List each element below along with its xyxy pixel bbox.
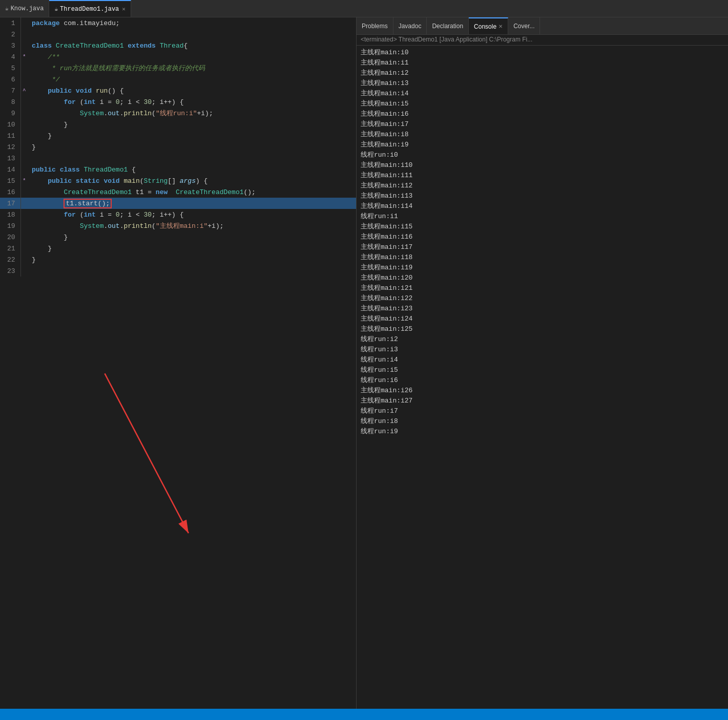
java-file-icon-2: ☕	[54, 6, 58, 12]
tab-threaddemo1-label: ThreadDemo1.java	[60, 6, 119, 13]
line-number: 8	[0, 96, 20, 108]
line-number: 13	[0, 153, 20, 164]
table-row: 10 }	[0, 119, 356, 130]
list-item: 主线程main:i8	[361, 130, 724, 140]
line-number: 2	[0, 29, 20, 40]
list-item: 主线程main:i9	[361, 140, 724, 150]
list-item: 主线程main:i20	[361, 273, 724, 283]
tab-cover[interactable]: Cover...	[508, 17, 540, 34]
code-line: /**	[28, 51, 356, 62]
table-row: 22 }	[0, 254, 356, 265]
line-indicator: *	[20, 175, 28, 186]
list-item: 主线程main:i0	[361, 48, 724, 58]
table-row: 19 System.out.println("主线程main:i"+i);	[0, 220, 356, 231]
console-output[interactable]: 主线程main:i0主线程main:i1主线程main:i2主线程main:i3…	[357, 46, 728, 709]
table-row: 8 for (int i = 0; i < 30; i++) {	[0, 96, 356, 108]
code-line: class CreateThreadDemo1 extends Thread{	[28, 40, 356, 51]
list-item: 主线程main:i11	[361, 171, 724, 181]
list-item: 主线程main:i7	[361, 119, 724, 130]
list-item: 主线程main:i24	[361, 314, 724, 324]
line-indicator	[20, 141, 28, 153]
table-row: 20 }	[0, 231, 356, 243]
line-indicator	[20, 62, 28, 74]
table-row: 11 }	[0, 130, 356, 141]
table-row: 23	[0, 265, 356, 277]
line-indicator	[20, 29, 28, 40]
code-line: * run方法就是线程需要执行的任务或者执行的代码	[28, 62, 356, 74]
list-item: 主线程main:i23	[361, 304, 724, 314]
tab-problems[interactable]: Problems	[357, 17, 393, 34]
list-item: 线程run:i5	[361, 365, 724, 375]
table-row: 15 * public static void main(String[] ar…	[0, 175, 356, 186]
list-item: 线程run:i8	[361, 416, 724, 427]
table-row: 16 CreateThreadDemo1 t1 = new CreateThre…	[0, 186, 356, 198]
line-indicator	[20, 119, 28, 130]
code-line: for (int i = 0; i < 30; i++) {	[28, 96, 356, 108]
code-line: }	[28, 254, 356, 265]
tab-console[interactable]: Console ✕	[469, 17, 508, 34]
line-number: 11	[0, 130, 20, 141]
line-number: 4	[0, 51, 20, 62]
list-item: 线程run:i6	[361, 375, 724, 386]
line-indicator	[20, 198, 28, 209]
line-number: 22	[0, 254, 20, 265]
table-row: 4 * /**	[0, 51, 356, 62]
line-indicator	[20, 164, 28, 175]
table-row: 5 * run方法就是线程需要执行的任务或者执行的代码	[0, 62, 356, 74]
code-line: System.out.println("线程run:i"+i);	[28, 108, 356, 119]
tab-javadoc-label: Javadoc	[399, 23, 422, 30]
code-line: }	[28, 141, 356, 153]
highlighted-code: t1.start();	[64, 199, 112, 208]
main-content: 1 package com.itmayiedu; 2 3 class Creat…	[0, 17, 728, 709]
code-line: for (int i = 0; i < 30; i++) {	[28, 209, 356, 220]
tab-declaration[interactable]: Declaration	[427, 17, 469, 34]
line-indicator	[20, 108, 28, 119]
tab-bar: ☕ Know.java ☕ ThreadDemo1.java ✕	[0, 0, 728, 17]
code-line: }	[28, 231, 356, 243]
code-line: CreateThreadDemo1 t1 = new CreateThreadD…	[28, 186, 356, 198]
code-line	[28, 29, 356, 40]
list-item: 主线程main:i12	[361, 181, 724, 191]
table-row: 6 */	[0, 74, 356, 85]
list-item: 线程run:i9	[361, 427, 724, 437]
tab-declaration-label: Declaration	[432, 23, 463, 30]
line-number: 15	[0, 175, 20, 186]
list-item: 主线程main:i4	[361, 89, 724, 99]
tab-know-java-label: Know.java	[11, 5, 44, 12]
right-panel: Problems Javadoc Declaration Console ✕ C…	[356, 17, 728, 709]
tab-know-java[interactable]: ☕ Know.java	[0, 0, 49, 17]
list-item: 主线程main:i18	[361, 252, 724, 263]
line-indicator	[20, 254, 28, 265]
code-line: }	[28, 243, 356, 254]
status-bar	[0, 709, 728, 720]
code-line: System.out.println("主线程main:i"+i);	[28, 220, 356, 231]
line-indicator: ^	[20, 85, 28, 96]
code-line: }	[28, 119, 356, 130]
list-item: 线程run:i3	[361, 345, 724, 355]
line-indicator	[20, 17, 28, 29]
code-line: }	[28, 130, 356, 141]
line-indicator	[20, 40, 28, 51]
list-item: 线程run:i1	[361, 211, 724, 222]
tab-threaddemo1-java[interactable]: ☕ ThreadDemo1.java ✕	[49, 0, 131, 17]
line-indicator	[20, 209, 28, 220]
table-row: 12 }	[0, 141, 356, 153]
list-item: 线程run:i2	[361, 334, 724, 345]
table-row: 21 }	[0, 243, 356, 254]
line-indicator: *	[20, 51, 28, 62]
line-number: 14	[0, 164, 20, 175]
line-number: 16	[0, 186, 20, 198]
list-item: 主线程main:i15	[361, 222, 724, 232]
java-file-icon: ☕	[5, 5, 9, 12]
list-item: 主线程main:i25	[361, 324, 724, 334]
tab-javadoc[interactable]: Javadoc	[393, 17, 427, 34]
list-item: 主线程main:i13	[361, 191, 724, 201]
line-indicator	[20, 186, 28, 198]
tab-close-button[interactable]: ✕	[122, 6, 126, 12]
list-item: 主线程main:i6	[361, 109, 724, 119]
line-number: 3	[0, 40, 20, 51]
svg-line-1	[105, 373, 189, 533]
line-number: 18	[0, 209, 20, 220]
code-editor[interactable]: 1 package com.itmayiedu; 2 3 class Creat…	[0, 17, 356, 709]
line-number: 10	[0, 119, 20, 130]
